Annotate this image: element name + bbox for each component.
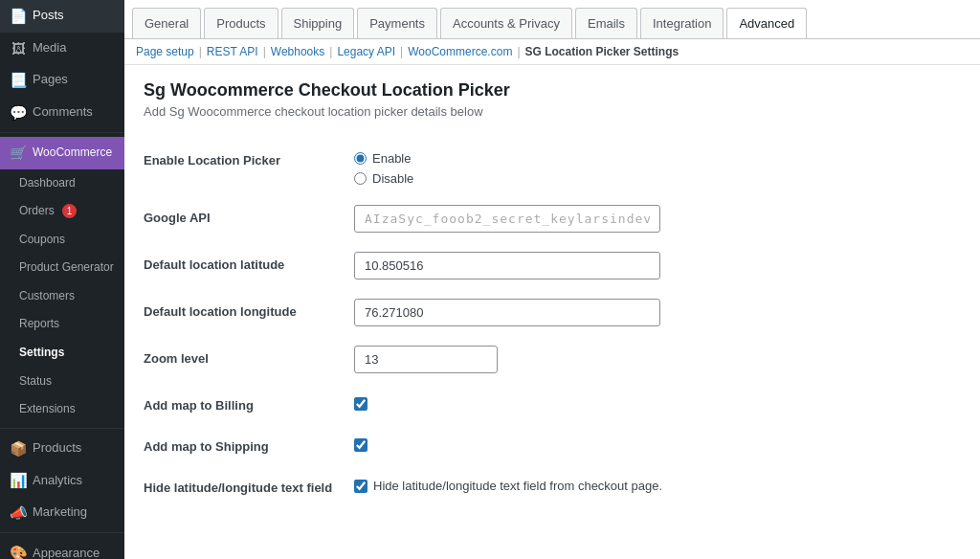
subnav-page-setup[interactable]: Page setup [136, 45, 194, 58]
form-row-hide-lat-lng: Hide latitude/longitude text field Hide … [144, 465, 961, 506]
sidebar-item-products-main[interactable]: 📦 Products [0, 433, 124, 465]
sidebar-item-product-generator[interactable]: Product Generator [0, 254, 124, 282]
tab-emails[interactable]: Emails [575, 8, 637, 38]
hide-lat-lng-checkbox[interactable] [354, 480, 368, 493]
sidebar-item-label: Status [19, 374, 52, 390]
form-row-latitude: Default location latitude [144, 242, 961, 289]
radio-enable-label[interactable]: Enable [354, 151, 961, 166]
sidebar-item-label: Settings [19, 346, 64, 361]
hide-lat-lng-label: Hide latitude/longitude text field [144, 481, 332, 495]
sidebar-item-pages[interactable]: 📃 Pages [0, 64, 124, 97]
billing-map-label: Add map to Billing [144, 398, 254, 413]
form-row-longitude: Default location longitude [144, 289, 961, 336]
sidebar-divider-2 [0, 428, 124, 429]
sidebar-item-label: WooCommerce [33, 145, 112, 161]
subnav-separator-3: | [329, 45, 332, 58]
media-icon: 🖼 [10, 39, 27, 58]
orders-badge: 1 [62, 204, 78, 218]
sidebar-item-extensions[interactable]: Extensions [0, 395, 124, 424]
marketing-icon: 📣 [10, 503, 27, 523]
sidebar-item-status[interactable]: Status [0, 368, 124, 396]
sidebar-item-analytics[interactable]: 📊 Analytics [0, 464, 124, 497]
tab-advanced[interactable]: Advanced [726, 8, 807, 39]
sidebar-item-media[interactable]: 🖼 Media [0, 33, 124, 65]
sidebar-item-label: Product Generator [19, 260, 114, 276]
radio-enable[interactable] [354, 152, 367, 165]
latitude-input[interactable] [354, 252, 660, 280]
enable-location-label: Enable Location Picker [144, 153, 280, 168]
sidebar-item-customers[interactable]: Customers [0, 282, 124, 311]
sidebar-item-label: Comments [33, 104, 93, 121]
sidebar-item-coupons[interactable]: Coupons [0, 226, 124, 255]
settings-form-table: Enable Location Picker Enable Disable [144, 138, 961, 506]
sidebar: 📄 Posts 🖼 Media 📃 Pages 💬 Comments 🛒 Woo… [0, 0, 124, 559]
zoom-label: Zoom level [144, 351, 209, 366]
sidebar-item-reports[interactable]: Reports [0, 310, 124, 339]
tab-payments[interactable]: Payments [357, 8, 437, 38]
subnav-webhooks[interactable]: Webhooks [271, 45, 324, 58]
form-row-zoom: Zoom level [144, 336, 961, 383]
products-icon: 📦 [10, 439, 27, 458]
sidebar-item-label: Analytics [33, 473, 82, 489]
sidebar-divider [0, 132, 124, 133]
sidebar-item-orders[interactable]: Orders 1 [0, 197, 124, 226]
tab-products[interactable]: Products [204, 8, 278, 38]
sidebar-item-settings[interactable]: Settings [0, 339, 124, 368]
sidebar-item-comments[interactable]: 💬 Comments [0, 97, 124, 129]
page-content-area: Sg Woocommerce Checkout Location Picker … [124, 65, 980, 559]
sub-nav: Page setup | REST API | Webhooks | Legac… [124, 39, 980, 65]
google-api-label: Google API [144, 211, 211, 225]
sidebar-item-label: Posts [33, 8, 64, 24]
tab-shipping[interactable]: Shipping [281, 8, 355, 38]
sidebar-divider-3 [0, 532, 124, 533]
shipping-map-checkbox-label[interactable] [354, 438, 961, 452]
sidebar-item-label: Extensions [19, 402, 76, 417]
sidebar-item-label: Pages [33, 72, 68, 88]
sidebar-item-label: Reports [19, 317, 59, 332]
radio-disable[interactable] [354, 172, 367, 185]
tab-integration[interactable]: Integration [640, 8, 724, 38]
sidebar-item-label: Appearance [33, 546, 100, 559]
billing-map-checkbox[interactable] [354, 397, 368, 411]
sidebar-item-label: Marketing [33, 504, 87, 521]
pages-icon: 📃 [10, 71, 27, 90]
tab-general[interactable]: General [132, 8, 201, 38]
subnav-separator-4: | [400, 45, 403, 58]
subnav-rest-api[interactable]: REST API [207, 45, 258, 58]
hide-lat-lng-description: Hide latitude/longitude text field from … [373, 479, 662, 493]
page-subtitle: Add Sg Woocommerce checkout location pic… [144, 104, 961, 119]
zoom-input[interactable] [354, 346, 498, 373]
sidebar-item-dashboard[interactable]: Dashboard [0, 169, 124, 198]
latitude-label: Default location latitude [144, 257, 284, 272]
longitude-label: Default location longitude [144, 304, 297, 319]
enable-location-radio-group: Enable Disable [354, 147, 961, 186]
posts-icon: 📄 [10, 7, 27, 26]
radio-disable-text: Disable [372, 171, 413, 186]
form-row-billing-map: Add map to Billing [144, 383, 961, 424]
shipping-map-checkbox[interactable] [354, 438, 368, 452]
shipping-map-label: Add map to Shipping [144, 439, 269, 454]
appearance-icon: 🎨 [10, 544, 27, 559]
subnav-legacy-api[interactable]: Legacy API [337, 45, 395, 58]
form-row-enable-location: Enable Location Picker Enable Disable [144, 138, 961, 195]
radio-disable-label[interactable]: Disable [354, 171, 961, 186]
form-row-google-api: Google API [144, 195, 961, 242]
sidebar-item-label: Dashboard [19, 176, 76, 191]
hide-lat-lng-checkbox-label[interactable]: Hide latitude/longitude text field from … [354, 479, 961, 493]
sidebar-item-label: Customers [19, 289, 75, 304]
google-api-input[interactable] [354, 205, 660, 233]
tabs-bar: General Products Shipping Payments Accou… [124, 0, 980, 39]
sidebar-item-posts[interactable]: 📄 Posts [0, 0, 124, 33]
subnav-woocommerce-com[interactable]: WooCommerce.com [408, 45, 512, 58]
woocommerce-icon: 🛒 [10, 144, 27, 163]
analytics-icon: 📊 [10, 471, 27, 490]
longitude-input[interactable] [354, 299, 660, 326]
main-content: General Products Shipping Payments Accou… [124, 0, 980, 559]
sidebar-item-woocommerce[interactable]: 🛒 WooCommerce [0, 137, 124, 169]
billing-map-checkbox-label[interactable] [354, 397, 961, 411]
tab-accounts-privacy[interactable]: Accounts & Privacy [440, 8, 572, 38]
subnav-separator-2: | [263, 45, 266, 58]
sidebar-item-appearance[interactable]: 🎨 Appearance [0, 537, 124, 559]
radio-enable-text: Enable [372, 151, 411, 166]
sidebar-item-marketing[interactable]: 📣 Marketing [0, 497, 124, 529]
